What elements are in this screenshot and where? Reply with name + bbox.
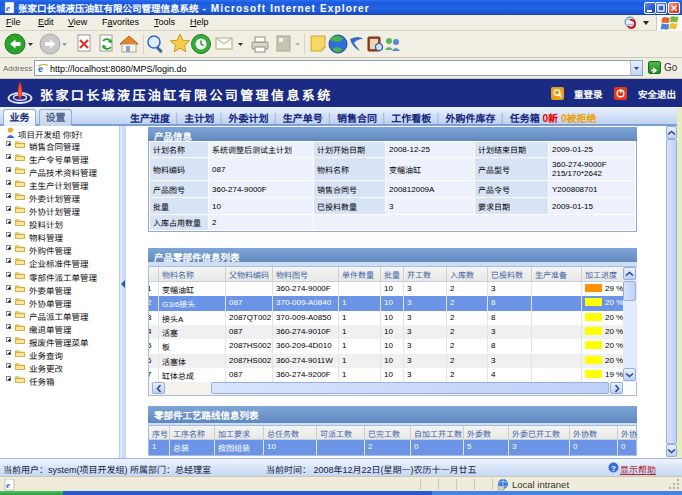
svg-text:e: e (6, 480, 10, 490)
svg-text:e: e (6, 3, 10, 13)
svg-text:?: ? (611, 464, 616, 473)
svg-text:e: e (38, 62, 43, 74)
